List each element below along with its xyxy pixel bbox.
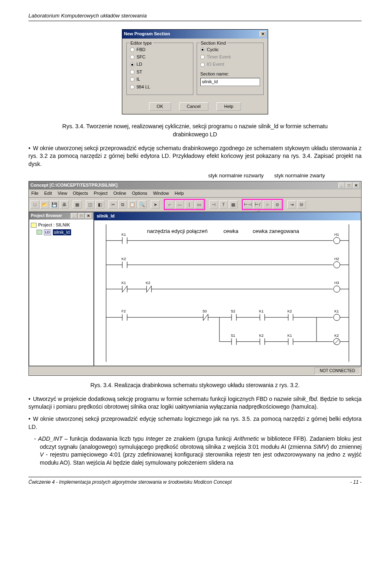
svg-text:K2: K2 <box>121 256 126 261</box>
tool-icon[interactable]: ⇥ <box>287 200 296 209</box>
radio-label: Timer Event <box>207 54 231 60</box>
help-button[interactable]: Help <box>217 102 241 111</box>
svg-line-39 <box>203 314 208 321</box>
project-label: Project : SILNIK <box>38 222 70 228</box>
tool-icon[interactable]: ▦ <box>73 200 82 209</box>
highlight-connection-tools: ⌐ — | ▭ <box>164 199 205 210</box>
menu-help[interactable]: Help <box>175 190 184 196</box>
cut-icon[interactable]: ✂ <box>108 200 117 209</box>
maximize-icon[interactable]: □ <box>346 183 352 188</box>
radio-label: SFC <box>136 54 145 60</box>
close-icon[interactable]: ✕ <box>85 213 92 219</box>
tool-icon[interactable]: ◫ <box>86 200 95 209</box>
zoom-icon[interactable]: 🔍 <box>138 200 147 209</box>
vline-tool-icon[interactable]: | <box>185 200 194 209</box>
menu-file[interactable]: File <box>31 190 39 196</box>
copy-icon[interactable]: ⧉ <box>118 200 127 209</box>
svg-text:S1: S1 <box>231 334 235 338</box>
paste-icon[interactable]: 📋 <box>128 200 137 209</box>
menu-project[interactable]: Project <box>94 190 108 196</box>
page-header: Laboratorium Komputerowych układów stero… <box>28 12 362 21</box>
annot-ncoil: cewka zanegowana <box>253 228 299 235</box>
ok-button[interactable]: OK <box>149 102 171 111</box>
radio-label: IO Event <box>207 61 224 67</box>
grid-icon[interactable]: ▦ <box>229 200 238 209</box>
cancel-button[interactable]: Cancel <box>179 102 208 111</box>
radio-fbd[interactable]: FBD <box>130 47 190 53</box>
figure-caption-3-4a: Rys. 3.4. Tworzenie nowej, realizowanej … <box>45 123 345 138</box>
menu-view[interactable]: View <box>58 190 67 196</box>
ld-editor-window: silnik_ld narzędzia edycji połączeń cewk… <box>94 212 361 366</box>
radio-il[interactable]: IL <box>130 76 190 82</box>
radio-timer-event: Timer Event <box>200 54 260 60</box>
statusbar: NOT CONNECTED <box>29 366 361 375</box>
svg-text:S2: S2 <box>231 309 235 313</box>
app-titlebar: Concept [C:\CONCEPT\TESTPRJ\SILNIK] _ □ … <box>29 181 361 189</box>
hline-tool-icon[interactable]: — <box>175 200 184 209</box>
block-tool-icon[interactable]: ▭ <box>195 200 204 209</box>
new-icon[interactable]: □ <box>30 200 39 209</box>
menu-online[interactable]: Online <box>113 190 126 196</box>
close-icon[interactable]: ✕ <box>260 31 266 37</box>
editor-type-group: Editor type FBD SFC LD ST IL 984 LL <box>126 43 193 95</box>
open-icon[interactable]: 📂 <box>40 200 49 209</box>
maximize-icon[interactable]: □ <box>78 213 84 219</box>
ld-badge: LD <box>44 229 51 235</box>
link-tool-icon[interactable]: ⌐ <box>165 200 174 209</box>
radio-sfc[interactable]: SFC <box>130 54 190 60</box>
pointer-icon[interactable]: ➤ <box>151 200 160 209</box>
minimize-icon[interactable]: _ <box>71 213 77 219</box>
close-icon[interactable]: ✕ <box>353 183 360 188</box>
editor-legend: Editor type <box>129 40 153 46</box>
svg-text:K2: K2 <box>287 309 292 313</box>
menu-edit[interactable]: Edit <box>44 190 52 196</box>
save-icon[interactable]: 💾 <box>50 200 59 209</box>
svg-line-72 <box>334 339 339 344</box>
no-contact-icon[interactable]: ⊢⊣ <box>243 200 252 209</box>
kind-legend: Section Kind <box>199 40 227 46</box>
print-icon[interactable]: 🖶 <box>60 200 69 209</box>
section-kind-group: Section Kind Cyclic Timer Event IO Event… <box>197 43 264 95</box>
annot-no-contact: styk normalnie rozwarty <box>208 172 264 179</box>
tool-icon[interactable]: ⑩ <box>297 200 306 209</box>
paragraph-2: •Utworzyć w projekcie dodatkową sekcję p… <box>28 395 362 411</box>
ladder-diagram: K1 H1 K2 H2 <box>94 220 361 366</box>
dialog-title: New Program Section <box>124 31 170 37</box>
radio-label: IL <box>136 76 140 82</box>
svg-text:K2: K2 <box>259 334 264 338</box>
text-tool-icon[interactable]: T <box>219 200 228 209</box>
tool-icon[interactable]: ⊣ <box>209 200 218 209</box>
menu-options[interactable]: Options <box>132 190 147 196</box>
svg-text:H1: H1 <box>334 232 339 236</box>
section-name-input[interactable]: silnik_ld <box>200 78 260 86</box>
dialog-titlebar: New Program Section ✕ <box>122 30 268 38</box>
menubar: File Edit View Objects Project Online Op… <box>29 190 361 198</box>
section-label: silnik_ld <box>53 229 71 235</box>
figure-caption-3-4b: Rys. 3.4. Realizacja drabinkowa schematu… <box>45 381 345 390</box>
ld-window-title: silnik_ld <box>97 213 115 218</box>
highlight-contact-tools: ⊢⊣ ⊢/⊣ ○ ⊘ <box>242 199 283 210</box>
paragraph-1: •W oknie utworzonej sekcji przeprowadzić… <box>28 144 362 168</box>
menu-window[interactable]: Window <box>153 190 169 196</box>
tool-icon[interactable]: ◧ <box>95 200 104 209</box>
menu-objects[interactable]: Objects <box>73 190 88 196</box>
ld-icon <box>37 230 42 235</box>
radio-label: FBD <box>136 47 145 53</box>
radio-984ll[interactable]: 984 LL <box>130 84 190 90</box>
radio-ld[interactable]: LD <box>130 61 190 67</box>
paragraph-4: - ADD_INT – funkcja dodawania liczb typu… <box>28 435 362 467</box>
ncoil-icon[interactable]: ⊘ <box>273 200 282 209</box>
annot-conn-tools: narzędzia edycji połączeń <box>147 228 208 235</box>
nc-contact-icon[interactable]: ⊢/⊣ <box>253 200 262 209</box>
minimize-icon[interactable]: _ <box>338 183 345 188</box>
project-node[interactable]: Project : SILNIK <box>31 222 92 228</box>
dialog-screenshot: New Program Section ✕ Editor type FBD SF… <box>28 29 362 114</box>
coil-icon[interactable]: ○ <box>263 200 272 209</box>
radio-st[interactable]: ST <box>130 69 190 75</box>
section-node[interactable]: LD silnik_ld <box>31 229 92 235</box>
radio-cyclic[interactable]: Cyclic <box>200 47 260 53</box>
radio-label: LD <box>136 61 142 67</box>
paragraph-3: •W oknie utworzonej sekcji przeprowadzić… <box>28 415 362 431</box>
footer-page-number: - 11 - <box>350 479 362 486</box>
svg-text:H2: H2 <box>334 256 339 261</box>
